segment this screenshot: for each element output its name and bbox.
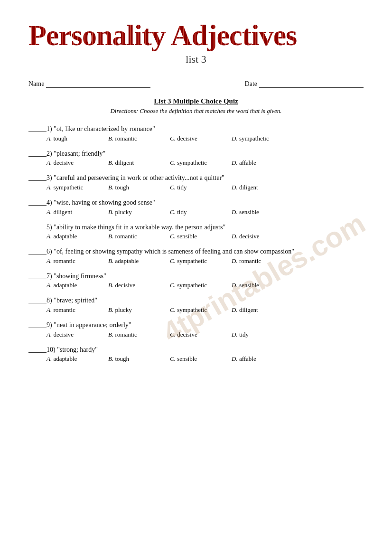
answer-blank [28,345,47,353]
choice: C. sympathetic [170,159,232,167]
choice: B. decisive [108,282,170,289]
question-block: 5) "ability to make things fit in a work… [28,223,364,241]
question-block: 8) "brave; spirited"A. romanticB. plucky… [28,296,364,314]
name-field: Name [28,80,150,88]
choice: A. decisive [47,159,108,167]
name-label: Name [28,80,44,88]
choice: C. sensible [170,355,232,363]
choice: A. adaptable [47,282,108,289]
choice: A. adaptable [47,233,108,240]
choice: A. sympathetic [47,184,108,191]
page-title: Personality Adjectives [28,19,364,51]
choice: D. sensible [232,282,293,289]
question-row: 4) "wise, having or showing good sense" [28,198,364,207]
answer-blank [28,296,47,303]
question-row: 8) "brave; spirited" [28,296,364,305]
choice-label: A. [47,355,52,362]
choice-label: D. [232,208,238,216]
choice-label: A. [47,159,52,166]
choice-label: C. [170,184,176,191]
question-text: 4) "wise, having or showing good sense" [47,198,364,207]
question-block: 1) "of, like or characterized by romance… [28,124,364,142]
question-row: 1) "of, like or characterized by romance… [28,124,364,134]
question-block: 7) "showing firmness"A. adaptableB. deci… [28,272,364,290]
choice: D. sympathetic [232,135,293,142]
choice-label: B. [108,184,113,191]
question-block: 10) "strong; hardy"A. adaptableB. toughC… [28,345,364,363]
choice-label: B. [108,257,113,264]
choices-row: A. romanticB. adaptableC. sympatheticD. … [28,257,364,265]
choice: C. sympathetic [170,306,232,314]
question-row: 9) "neat in appearance; orderly" [28,320,364,330]
answer-blank [28,173,47,181]
choices-row: A. adaptableB. romanticC. sensibleD. dec… [28,233,364,240]
question-text: 10) "strong; hardy" [47,345,364,355]
name-date-row: Name Date [28,80,364,88]
choice: C. tidy [170,184,232,191]
choices-row: A. diligentB. pluckyC. tidyD. sensible [28,208,364,216]
choice: D. romantic [232,257,293,265]
choice-label: D. [232,331,238,338]
choice: C. decisive [170,331,232,339]
choices-row: A. sympatheticB. toughC. tidyD. diligent [28,184,364,191]
choice: B. romantic [108,331,170,339]
choices-row: A. decisiveB. diligentC. sympatheticD. a… [28,159,364,167]
choice-label: D. [232,184,238,191]
question-block: 4) "wise, having or showing good sense"A… [28,198,364,216]
question-block: 2) "pleasant; friendly"A. decisiveB. dil… [28,149,364,167]
choice-label: D. [232,233,238,240]
choices-row: A. adaptableB. decisiveC. sympatheticD. … [28,282,364,289]
choice-label: D. [232,355,238,362]
choice-label: A. [47,233,52,240]
question-block: 9) "neat in appearance; orderly"A. decis… [28,320,364,339]
choice-label: D. [232,306,238,313]
choice: B. tough [108,184,170,191]
choice-label: C. [170,159,176,166]
choice: D. decisive [232,233,293,240]
choice-label: A. [47,208,52,216]
question-text: 8) "brave; spirited" [47,296,364,305]
choice: B. diligent [108,159,170,167]
choice-label: A. [47,331,52,338]
choice: C. sympathetic [170,282,232,289]
choice-label: B. [108,355,113,362]
answer-blank [28,320,47,328]
choice: D. tidy [232,331,293,339]
subtitle: list 3 [28,53,364,66]
choice: B. tough [108,355,170,363]
choice: D. affable [232,355,293,363]
quiz-title: List 3 Multiple Choice Quiz [28,97,364,105]
question-text: 3) "careful and persevering in work or o… [47,173,364,183]
question-text: 5) "ability to make things fit in a work… [47,223,364,232]
choices-row: A. toughB. romanticC. decisiveD. sympath… [28,135,364,142]
choice: A. romantic [47,257,108,265]
choice-label: C. [170,233,176,240]
answer-blank [28,223,47,230]
choice-label: C. [170,355,176,362]
answer-blank [28,124,47,132]
question-row: 6) "of, feeling or showing sympathy whic… [28,247,364,256]
question-text: 2) "pleasant; friendly" [47,149,364,159]
choice: B. plucky [108,306,170,314]
question-text: 7) "showing firmness" [47,272,364,281]
choice-label: A. [47,257,52,264]
directions: Directions: Choose the definition that m… [28,107,364,115]
choice: B. romantic [108,233,170,240]
choice: A. romantic [47,306,108,314]
question-text: 9) "neat in appearance; orderly" [47,320,364,330]
choice-label: B. [108,282,113,289]
choice: C. tidy [170,208,232,216]
choice-label: D. [232,135,238,142]
answer-blank [28,149,47,157]
choice-label: C. [170,257,176,264]
question-row: 10) "strong; hardy" [28,345,364,355]
answer-blank [28,198,47,206]
choice-label: B. [108,331,113,338]
question-text: 6) "of, feeling or showing sympathy whic… [47,247,364,256]
choice-label: B. [108,306,113,313]
choice-label: B. [108,135,113,142]
choice-label: D. [232,282,238,289]
choice: A. tough [47,135,108,142]
choice: D. sensible [232,208,293,216]
choices-row: A. decisiveB. romanticC. decisiveD. tidy [28,331,364,339]
